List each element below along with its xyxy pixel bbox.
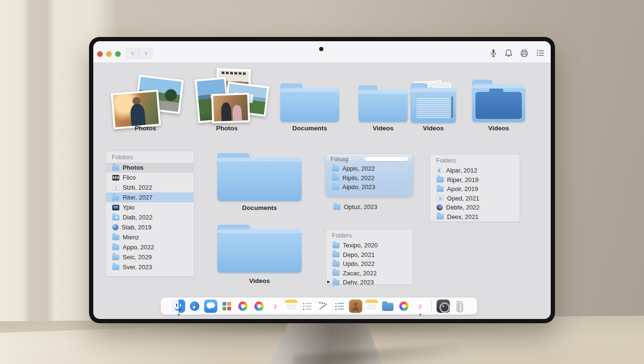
videos-folder-icon[interactable] bbox=[358, 90, 408, 122]
folder-icon bbox=[332, 243, 340, 248]
list-item[interactable]: Oped, 2021 bbox=[430, 194, 519, 203]
documents-folder-icon[interactable] bbox=[280, 88, 339, 122]
bell-icon[interactable] bbox=[504, 48, 513, 58]
list-item[interactable]: ▶Dehv, 2023 bbox=[326, 278, 412, 287]
list-item-label: Appis, 2022 bbox=[342, 165, 375, 172]
scrollbar[interactable] bbox=[365, 157, 408, 161]
music-note-glyph: ♪ bbox=[418, 302, 422, 310]
dock-music-icon[interactable]: ♪ bbox=[413, 300, 427, 313]
list-item[interactable]: Appo, 2022 bbox=[106, 242, 194, 252]
list-item-label: Stab, 2019 bbox=[122, 224, 152, 231]
dock-app-grid-icon[interactable] bbox=[220, 300, 233, 313]
list-item-selected[interactable]: Riter, 2027 bbox=[106, 192, 194, 202]
dock-photos-icon[interactable] bbox=[236, 300, 250, 313]
top-item-label: Photos bbox=[112, 125, 179, 132]
list-item[interactable]: Stzb, 2022 bbox=[106, 182, 194, 192]
printer-icon[interactable] bbox=[519, 48, 529, 58]
dock: ♪ ♪ bbox=[161, 297, 477, 315]
dock-messages-icon[interactable] bbox=[204, 300, 217, 313]
center-item-label: Videos bbox=[217, 277, 302, 284]
list-item-label: Photos bbox=[123, 164, 143, 171]
back-button[interactable]: ‹ bbox=[126, 48, 139, 59]
list-item-label: Flico bbox=[123, 174, 135, 181]
list-item[interactable]: Ripils, 2022 bbox=[326, 173, 413, 183]
list-item-label: Debfe, 2022 bbox=[446, 204, 480, 211]
folder-body bbox=[472, 84, 525, 122]
dock-photos-icon[interactable] bbox=[397, 300, 411, 313]
folder-strip bbox=[451, 96, 453, 118]
folder-badge-icon bbox=[112, 215, 119, 220]
dock-folder-icon[interactable] bbox=[381, 300, 394, 313]
dock-photos-icon[interactable] bbox=[252, 300, 266, 313]
videos-folder-papers-icon[interactable] bbox=[411, 81, 456, 123]
dock-notes-icon[interactable] bbox=[365, 300, 378, 313]
videos-folder-dark-icon[interactable] bbox=[472, 83, 525, 123]
folder-icon bbox=[112, 264, 119, 270]
app-icon bbox=[437, 195, 444, 201]
film-icon bbox=[112, 175, 119, 181]
photos-stack-2[interactable] bbox=[194, 69, 265, 125]
list-item[interactable]: Deex, 2021 bbox=[430, 212, 519, 222]
dock-safari-icon[interactable] bbox=[188, 300, 201, 313]
forward-button[interactable]: › bbox=[139, 48, 152, 59]
folder-icon bbox=[112, 165, 119, 171]
list-item[interactable]: Sver, 2023 bbox=[106, 262, 194, 272]
list-item[interactable]: Texipo, 2020 bbox=[326, 241, 412, 250]
list-item[interactable]: Diab, 2022 bbox=[106, 212, 194, 222]
dock-music-icon[interactable]: ♪ bbox=[268, 300, 282, 313]
dock-checklist-icon[interactable] bbox=[333, 300, 346, 313]
top-item-label: Videos bbox=[411, 125, 456, 132]
list-item-label: Seic, 2029 bbox=[123, 254, 152, 261]
list-item[interactable]: Stab, 2019 bbox=[106, 222, 194, 232]
dock-trash-icon[interactable] bbox=[453, 300, 466, 313]
videos-large-folder-icon[interactable] bbox=[217, 229, 302, 273]
folder-front bbox=[475, 92, 522, 119]
list-item[interactable]: Ypio bbox=[106, 202, 194, 212]
dock-contacts-icon[interactable] bbox=[349, 300, 362, 313]
list-item[interactable]: Apoir, 2019 bbox=[430, 184, 519, 194]
dock-notes-icon[interactable] bbox=[285, 300, 298, 313]
list-view-icon[interactable] bbox=[536, 48, 545, 58]
list-item[interactable]: Zacac, 2022 bbox=[326, 269, 412, 278]
list-item-label: Depo, 2021 bbox=[343, 251, 375, 258]
list-item[interactable]: Flico bbox=[106, 173, 194, 182]
dock-reminders-icon[interactable] bbox=[301, 300, 314, 313]
dock-sketch-icon[interactable] bbox=[317, 300, 330, 313]
list-item-label: Oped, 2021 bbox=[447, 195, 479, 202]
open-folder-header: Folsag bbox=[326, 154, 413, 164]
list-item[interactable]: Photos bbox=[106, 163, 194, 173]
folder-icon bbox=[112, 245, 119, 250]
panel-header: Folders bbox=[430, 155, 519, 166]
list-item[interactable]: Appis, 2022 bbox=[326, 164, 413, 173]
list-item[interactable]: Riper, 2019 bbox=[430, 175, 519, 185]
list-item[interactable]: Aipdo, 2023 bbox=[326, 182, 413, 192]
dark-sphere-icon bbox=[437, 204, 443, 210]
close-button[interactable] bbox=[97, 51, 103, 57]
list-item-label: Diab, 2022 bbox=[123, 214, 152, 221]
list-item-label: Dehv, 2023 bbox=[343, 279, 374, 286]
list-item[interactable]: Alpar, 2012 bbox=[430, 166, 519, 175]
list-item[interactable]: Debfe, 2022 bbox=[430, 203, 519, 212]
folder-icon bbox=[333, 204, 340, 210]
minimize-button[interactable] bbox=[106, 51, 112, 57]
disclosure-triangle-icon[interactable]: ▶ bbox=[327, 280, 330, 284]
running-indicator bbox=[178, 314, 180, 316]
window-toolbar: ‹ › bbox=[93, 41, 551, 63]
list-item-label: Alpar, 2012 bbox=[446, 167, 477, 174]
zoom-button[interactable] bbox=[115, 51, 121, 57]
list-item[interactable]: Depo, 2021 bbox=[326, 250, 412, 260]
top-item-label: Videos bbox=[358, 125, 408, 132]
dock-finder-icon[interactable] bbox=[172, 300, 185, 313]
microphone-icon[interactable] bbox=[489, 48, 498, 58]
list-item[interactable]: Optuz, 2023 bbox=[327, 202, 408, 212]
dock-settings-icon[interactable] bbox=[437, 300, 450, 313]
photos-stack-1[interactable] bbox=[112, 73, 179, 123]
right-folders-panel: Folders Alpar, 2012 Riper, 2019 Apoir, 2… bbox=[430, 154, 520, 222]
folder-icon bbox=[437, 186, 444, 192]
list-item[interactable]: Updo, 2022 bbox=[326, 259, 412, 269]
list-item[interactable]: Mienz bbox=[106, 232, 194, 242]
list-item[interactable]: Seic, 2029 bbox=[106, 252, 194, 262]
top-item-label: Photos bbox=[194, 125, 260, 132]
documents-large-folder-icon[interactable] bbox=[217, 157, 302, 201]
photo-thumbnail bbox=[211, 93, 250, 124]
